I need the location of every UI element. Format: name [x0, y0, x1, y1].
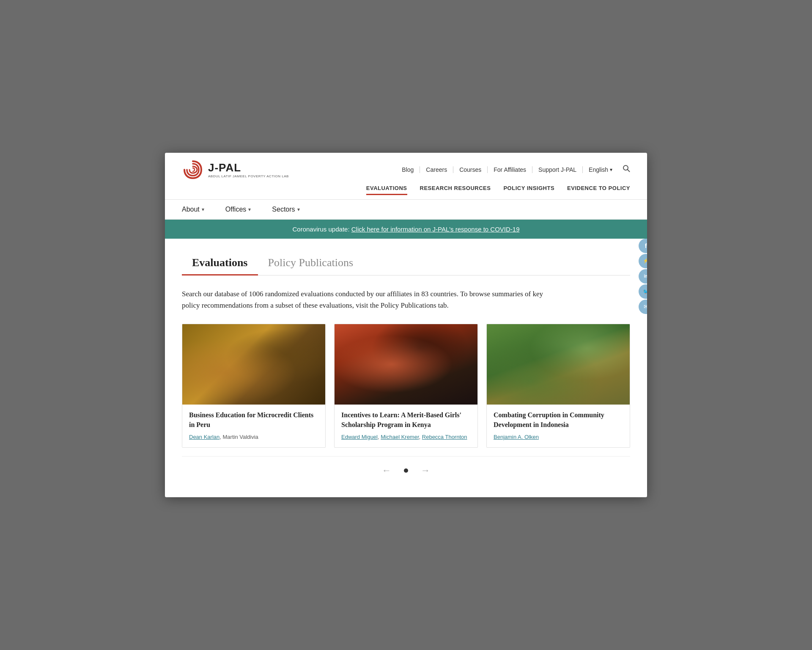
twitter-icon: 🐦 — [643, 289, 647, 295]
top-links-area: Blog Careers Courses For Affiliates Supp… — [396, 165, 630, 174]
secondary-navigation: About ▾ Offices ▾ Sectors ▾ — [165, 200, 647, 220]
card-2: Incentives to Learn: A Merit-Based Girls… — [334, 324, 478, 448]
card-2-author-3-link[interactable]: Rebecca Thornton — [422, 434, 467, 440]
card-3-title: Combating Corruption in Community Develo… — [494, 410, 623, 430]
about-nav-item[interactable]: About ▾ — [182, 206, 204, 213]
prev-button[interactable]: ← — [382, 465, 391, 476]
twitter-share-button[interactable]: 🐦 — [639, 284, 647, 299]
email-share-button[interactable]: ✉ — [639, 300, 647, 314]
sectors-chevron-icon: ▾ — [297, 207, 300, 212]
card-1-image — [182, 324, 325, 405]
card-1-author-2: Martin Valdivia — [223, 434, 258, 440]
linkedin-icon: in — [644, 274, 647, 278]
logo-area[interactable]: J-PAL Abdul Latif Jameel Poverty Action … — [182, 159, 289, 181]
card-3-author-1-link[interactable]: Benjamin A. Olken — [494, 434, 539, 440]
jpal-logo-icon — [182, 159, 204, 181]
alert-link[interactable]: Click here for information on J-PAL's re… — [351, 226, 520, 233]
about-chevron-icon: ▾ — [202, 207, 204, 212]
card-3-body: Combating Corruption in Community Develo… — [487, 405, 630, 447]
careers-link[interactable]: Careers — [420, 166, 453, 173]
card-1: Business Education for Microcredit Clien… — [182, 324, 326, 448]
tab-policy-publications[interactable]: Policy Publications — [258, 251, 364, 275]
logo-brand: J-PAL — [208, 161, 289, 174]
main-content: f ⚡ in 🐦 ✉ Evaluations Policy Publicatio… — [165, 239, 647, 497]
card-2-image — [335, 324, 477, 405]
offices-label: Offices — [225, 206, 247, 213]
card-1-authors: Dean Karlan, Martin Valdivia — [189, 433, 318, 441]
top-navigation: J-PAL Abdul Latif Jameel Poverty Action … — [165, 153, 647, 200]
alert-banner: Coronavirus update: Click here for infor… — [165, 220, 647, 239]
logo-text: J-PAL Abdul Latif Jameel Poverty Action … — [208, 161, 289, 178]
card-3-authors: Benjamin A. Olken — [494, 433, 623, 441]
messenger-icon: ⚡ — [643, 258, 647, 264]
blog-link[interactable]: Blog — [396, 166, 420, 173]
nav-evaluations[interactable]: EVALUATIONS — [366, 185, 407, 195]
card-2-author-2-link[interactable]: Michael Kremer — [381, 434, 419, 440]
for-affiliates-link[interactable]: For Affiliates — [488, 166, 532, 173]
courses-link[interactable]: Courses — [453, 166, 488, 173]
offices-nav-item[interactable]: Offices ▾ — [225, 206, 251, 213]
nav-policy-insights[interactable]: POLICY INSIGHTS — [503, 185, 554, 195]
sectors-label: Sectors — [272, 206, 295, 213]
tab-evaluations[interactable]: Evaluations — [182, 251, 258, 275]
facebook-share-button[interactable]: f — [639, 239, 647, 253]
pagination: ← → — [182, 456, 630, 480]
card-1-body: Business Education for Microcredit Clien… — [182, 405, 325, 447]
card-1-title: Business Education for Microcredit Clien… — [189, 410, 318, 430]
next-button[interactable]: → — [421, 465, 430, 476]
card-2-title: Incentives to Learn: A Merit-Based Girls… — [341, 410, 471, 430]
card-1-author-1-link[interactable]: Dean Karlan — [189, 434, 219, 440]
linkedin-share-button[interactable]: in — [639, 269, 647, 284]
pagination-dot-1 — [404, 468, 408, 473]
nav-research-resources[interactable]: RESEARCH RESOURCES — [420, 185, 491, 195]
nav-evidence-to-policy[interactable]: EVIDENCE TO POLICY — [567, 185, 630, 195]
evaluations-description: Search our database of 1006 randomized e… — [182, 288, 562, 311]
card-3-image — [487, 324, 630, 405]
sectors-nav-item[interactable]: Sectors ▾ — [272, 206, 299, 213]
main-navigation: EVALUATIONS RESEARCH RESOURCES POLICY IN… — [182, 185, 630, 199]
search-icon — [623, 165, 630, 172]
alert-prefix: Coronavirus update: — [292, 226, 349, 233]
browser-window: J-PAL Abdul Latif Jameel Poverty Action … — [165, 153, 647, 497]
email-icon: ✉ — [644, 303, 647, 310]
logo-subtitle: Abdul Latif Jameel Poverty Action Lab — [208, 174, 289, 178]
social-sidebar: f ⚡ in 🐦 ✉ — [639, 239, 647, 314]
search-button[interactable] — [623, 165, 630, 174]
card-1-author-separator: , — [219, 434, 222, 440]
card-3: Combating Corruption in Community Develo… — [486, 324, 630, 448]
messenger-share-button[interactable]: ⚡ — [639, 254, 647, 268]
language-selector[interactable]: English — [583, 166, 618, 173]
card-2-body: Incentives to Learn: A Merit-Based Girls… — [335, 405, 477, 447]
content-tabs: Evaluations Policy Publications — [182, 251, 630, 275]
evaluation-cards: Business Education for Microcredit Clien… — [182, 324, 630, 448]
offices-chevron-icon: ▾ — [248, 207, 251, 212]
svg-line-1 — [628, 170, 630, 172]
facebook-icon: f — [645, 242, 647, 249]
top-nav-links: Blog Careers Courses For Affiliates Supp… — [396, 166, 618, 173]
about-label: About — [182, 206, 200, 213]
card-2-authors: Edward Miguel, Michael Kremer, Rebecca T… — [341, 433, 471, 441]
support-jpal-link[interactable]: Support J-PAL — [532, 166, 583, 173]
card-2-author-1-link[interactable]: Edward Miguel — [341, 434, 378, 440]
